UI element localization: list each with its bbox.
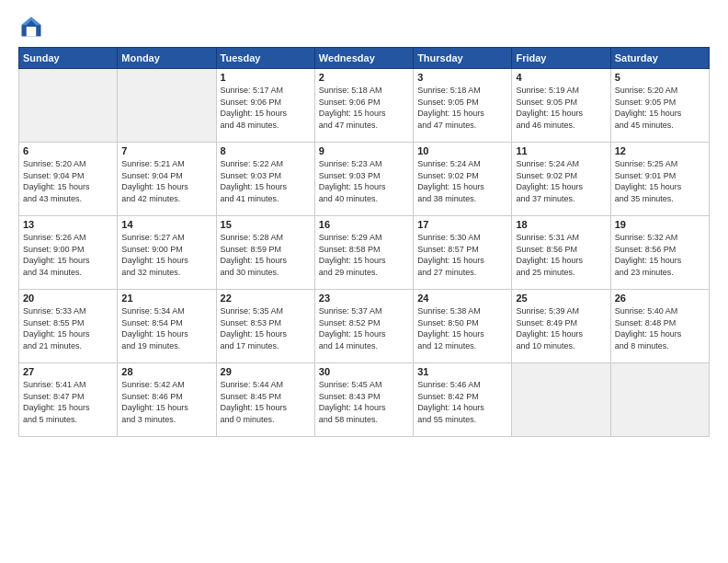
day-number: 17 (417, 219, 507, 230)
svg-rect-3 (27, 27, 37, 37)
day-number: 25 (516, 293, 606, 304)
calendar-cell: 5Sunrise: 5:20 AM Sunset: 9:05 PM Daylig… (610, 69, 709, 143)
calendar-cell: 4Sunrise: 5:19 AM Sunset: 9:05 PM Daylig… (512, 69, 610, 143)
weekday-header-row: SundayMondayTuesdayWednesdayThursdayFrid… (19, 48, 710, 69)
day-number: 14 (121, 219, 211, 230)
day-number: 5 (615, 72, 705, 83)
calendar-cell: 27Sunrise: 5:41 AM Sunset: 8:47 PM Dayli… (19, 363, 118, 437)
calendar-cell: 25Sunrise: 5:39 AM Sunset: 8:49 PM Dayli… (512, 290, 610, 363)
page: SundayMondayTuesdayWednesdayThursdayFrid… (0, 0, 728, 563)
day-number: 1 (221, 72, 311, 83)
day-info: Sunrise: 5:26 AM Sunset: 9:00 PM Dayligh… (23, 232, 113, 278)
day-number: 11 (516, 145, 606, 156)
day-info: Sunrise: 5:25 AM Sunset: 9:01 PM Dayligh… (615, 158, 705, 204)
weekday-header: Friday (512, 48, 610, 69)
calendar-cell: 13Sunrise: 5:26 AM Sunset: 9:00 PM Dayli… (19, 216, 118, 290)
day-info: Sunrise: 5:40 AM Sunset: 8:48 PM Dayligh… (615, 305, 705, 351)
day-info: Sunrise: 5:24 AM Sunset: 9:02 PM Dayligh… (516, 158, 606, 204)
calendar-cell: 21Sunrise: 5:34 AM Sunset: 8:54 PM Dayli… (118, 290, 216, 363)
day-info: Sunrise: 5:28 AM Sunset: 8:59 PM Dayligh… (221, 232, 311, 278)
day-info: Sunrise: 5:19 AM Sunset: 9:05 PM Dayligh… (516, 85, 606, 131)
day-info: Sunrise: 5:27 AM Sunset: 9:00 PM Dayligh… (121, 232, 211, 278)
day-number: 29 (221, 366, 311, 377)
day-number: 18 (516, 219, 606, 230)
calendar-cell: 11Sunrise: 5:24 AM Sunset: 9:02 PM Dayli… (512, 143, 610, 216)
day-info: Sunrise: 5:22 AM Sunset: 9:03 PM Dayligh… (221, 158, 311, 204)
weekday-header: Tuesday (216, 48, 314, 69)
day-number: 27 (23, 366, 113, 377)
calendar-week-row: 13Sunrise: 5:26 AM Sunset: 9:00 PM Dayli… (19, 216, 710, 290)
day-info: Sunrise: 5:37 AM Sunset: 8:52 PM Dayligh… (319, 305, 409, 351)
calendar-cell (512, 363, 610, 437)
weekday-header: Wednesday (314, 48, 413, 69)
calendar-cell: 28Sunrise: 5:42 AM Sunset: 8:46 PM Dayli… (118, 363, 216, 437)
calendar-cell: 7Sunrise: 5:21 AM Sunset: 9:04 PM Daylig… (118, 143, 216, 216)
day-info: Sunrise: 5:35 AM Sunset: 8:53 PM Dayligh… (221, 305, 311, 351)
calendar-week-row: 27Sunrise: 5:41 AM Sunset: 8:47 PM Dayli… (19, 363, 710, 437)
day-info: Sunrise: 5:23 AM Sunset: 9:03 PM Dayligh… (319, 158, 409, 204)
calendar-cell: 16Sunrise: 5:29 AM Sunset: 8:58 PM Dayli… (314, 216, 413, 290)
day-info: Sunrise: 5:32 AM Sunset: 8:56 PM Dayligh… (615, 232, 705, 278)
day-number: 15 (221, 219, 311, 230)
calendar-cell: 20Sunrise: 5:33 AM Sunset: 8:55 PM Dayli… (19, 290, 118, 363)
calendar-cell: 2Sunrise: 5:18 AM Sunset: 9:06 PM Daylig… (314, 69, 413, 143)
day-info: Sunrise: 5:44 AM Sunset: 8:45 PM Dayligh… (221, 379, 311, 425)
header (18, 14, 710, 40)
day-info: Sunrise: 5:42 AM Sunset: 8:46 PM Dayligh… (121, 379, 211, 425)
day-info: Sunrise: 5:17 AM Sunset: 9:06 PM Dayligh… (221, 85, 311, 131)
day-number: 2 (319, 72, 409, 83)
day-info: Sunrise: 5:29 AM Sunset: 8:58 PM Dayligh… (319, 232, 409, 278)
day-number: 23 (319, 293, 409, 304)
calendar-cell: 18Sunrise: 5:31 AM Sunset: 8:56 PM Dayli… (512, 216, 610, 290)
logo-icon (18, 14, 44, 40)
calendar-week-row: 1Sunrise: 5:17 AM Sunset: 9:06 PM Daylig… (19, 69, 710, 143)
day-info: Sunrise: 5:18 AM Sunset: 9:05 PM Dayligh… (417, 85, 507, 131)
day-info: Sunrise: 5:21 AM Sunset: 9:04 PM Dayligh… (121, 158, 211, 204)
day-info: Sunrise: 5:31 AM Sunset: 8:56 PM Dayligh… (516, 232, 606, 278)
calendar: SundayMondayTuesdayWednesdayThursdayFrid… (18, 47, 710, 437)
day-number: 12 (615, 145, 705, 156)
calendar-cell: 8Sunrise: 5:22 AM Sunset: 9:03 PM Daylig… (216, 143, 314, 216)
day-number: 28 (121, 366, 211, 377)
day-number: 19 (615, 219, 705, 230)
calendar-cell: 30Sunrise: 5:45 AM Sunset: 8:43 PM Dayli… (314, 363, 413, 437)
day-info: Sunrise: 5:45 AM Sunset: 8:43 PM Dayligh… (319, 379, 409, 425)
day-number: 9 (319, 145, 409, 156)
calendar-cell: 6Sunrise: 5:20 AM Sunset: 9:04 PM Daylig… (19, 143, 118, 216)
day-number: 22 (221, 293, 311, 304)
day-info: Sunrise: 5:33 AM Sunset: 8:55 PM Dayligh… (23, 305, 113, 351)
calendar-cell: 24Sunrise: 5:38 AM Sunset: 8:50 PM Dayli… (414, 290, 512, 363)
day-info: Sunrise: 5:24 AM Sunset: 9:02 PM Dayligh… (417, 158, 507, 204)
calendar-cell: 14Sunrise: 5:27 AM Sunset: 9:00 PM Dayli… (118, 216, 216, 290)
calendar-cell: 10Sunrise: 5:24 AM Sunset: 9:02 PM Dayli… (414, 143, 512, 216)
day-number: 4 (516, 72, 606, 83)
day-number: 16 (319, 219, 409, 230)
day-number: 6 (23, 145, 113, 156)
calendar-week-row: 6Sunrise: 5:20 AM Sunset: 9:04 PM Daylig… (19, 143, 710, 216)
day-number: 13 (23, 219, 113, 230)
day-number: 10 (417, 145, 507, 156)
calendar-cell (19, 69, 118, 143)
day-info: Sunrise: 5:39 AM Sunset: 8:49 PM Dayligh… (516, 305, 606, 351)
weekday-header: Sunday (19, 48, 118, 69)
day-number: 30 (319, 366, 409, 377)
calendar-week-row: 20Sunrise: 5:33 AM Sunset: 8:55 PM Dayli… (19, 290, 710, 363)
day-info: Sunrise: 5:38 AM Sunset: 8:50 PM Dayligh… (417, 305, 507, 351)
day-info: Sunrise: 5:41 AM Sunset: 8:47 PM Dayligh… (23, 379, 113, 425)
day-info: Sunrise: 5:20 AM Sunset: 9:05 PM Dayligh… (615, 85, 705, 131)
day-number: 7 (121, 145, 211, 156)
day-info: Sunrise: 5:18 AM Sunset: 9:06 PM Dayligh… (319, 85, 409, 131)
calendar-cell: 17Sunrise: 5:30 AM Sunset: 8:57 PM Dayli… (414, 216, 512, 290)
day-number: 8 (221, 145, 311, 156)
day-number: 24 (417, 293, 507, 304)
logo (18, 14, 48, 40)
day-number: 3 (417, 72, 507, 83)
calendar-cell: 3Sunrise: 5:18 AM Sunset: 9:05 PM Daylig… (414, 69, 512, 143)
calendar-cell: 19Sunrise: 5:32 AM Sunset: 8:56 PM Dayli… (610, 216, 709, 290)
day-info: Sunrise: 5:30 AM Sunset: 8:57 PM Dayligh… (417, 232, 507, 278)
calendar-cell: 1Sunrise: 5:17 AM Sunset: 9:06 PM Daylig… (216, 69, 314, 143)
day-number: 21 (121, 293, 211, 304)
day-info: Sunrise: 5:34 AM Sunset: 8:54 PM Dayligh… (121, 305, 211, 351)
calendar-cell (610, 363, 709, 437)
calendar-cell: 29Sunrise: 5:44 AM Sunset: 8:45 PM Dayli… (216, 363, 314, 437)
